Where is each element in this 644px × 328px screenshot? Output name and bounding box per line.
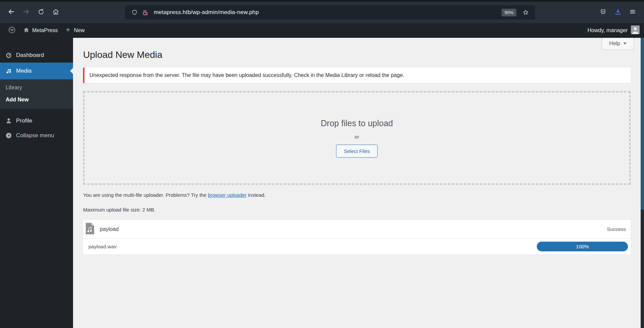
page-scrollbar[interactable]: [641, 38, 644, 328]
profile-icon: [5, 117, 12, 124]
notice-text: Unexpected response from the server. The…: [89, 72, 404, 78]
select-files-button[interactable]: Select Files: [336, 145, 378, 158]
forward-arrow-icon: [22, 8, 30, 17]
wp-logo-menu[interactable]: W: [4, 23, 19, 38]
forward-button[interactable]: [19, 6, 34, 19]
site-home-icon: [23, 27, 29, 34]
toolbar-right-group: [596, 6, 640, 19]
howdy-text[interactable]: Howdy, manager: [587, 27, 628, 33]
media-item-header-row: payload Success: [83, 220, 631, 239]
media-submenu: Library Add New: [0, 79, 73, 109]
wp-admin-app: Dashboard Media Library Add New Profile …: [0, 38, 644, 328]
media-item-filename: payload.wav: [88, 244, 116, 249]
site-name-label: MetaPress: [32, 27, 58, 33]
submenu-item-library[interactable]: Library: [0, 82, 73, 94]
browser-uploader-link[interactable]: browser uploader: [208, 192, 247, 198]
scrollbar-thumb[interactable]: [641, 38, 644, 210]
dropzone-separator: or: [355, 134, 359, 140]
avatar[interactable]: [631, 25, 640, 35]
home-icon: [52, 8, 59, 17]
shield-icon[interactable]: [129, 9, 140, 16]
reload-button[interactable]: [34, 6, 48, 19]
url-bar[interactable]: metapress.htb/wp-admin/media-new.php 90%: [125, 5, 535, 19]
sidebar-item-label: Media: [16, 68, 31, 74]
dashboard-icon: [5, 52, 12, 59]
chevron-down-icon: [623, 43, 627, 46]
upload-status-badge: Success: [607, 226, 626, 232]
wordpress-logo-icon: W: [8, 26, 16, 35]
star-icon[interactable]: [520, 9, 531, 16]
new-content-menu[interactable]: New: [61, 23, 88, 38]
uploader-note: You are using the multi-file uploader. P…: [83, 191, 631, 199]
sidebar-item-label: Dashboard: [16, 52, 44, 59]
home-button[interactable]: [48, 6, 63, 19]
admin-bar-right: Howdy, manager: [587, 25, 640, 35]
new-label: New: [74, 27, 84, 33]
pocket-button[interactable]: [596, 6, 610, 19]
url-text[interactable]: metapress.htb/wp-admin/media-new.php: [154, 9, 259, 16]
browser-toolbar: metapress.htb/wp-admin/media-new.php 90%: [0, 2, 644, 23]
downloads-button[interactable]: [610, 6, 625, 19]
media-item-title: payload: [100, 226, 119, 232]
back-button[interactable]: [4, 6, 19, 19]
sidebar-item-label: Profile: [16, 117, 32, 124]
media-item-progress-row: payload.wav 100%: [83, 239, 631, 254]
zoom-level-badge[interactable]: 90%: [502, 9, 516, 16]
svg-text:W: W: [10, 28, 14, 32]
dropzone-heading: Drop files to upload: [321, 118, 393, 128]
submenu-item-add-new[interactable]: Add New: [0, 94, 73, 106]
browser-chrome: metapress.htb/wp-admin/media-new.php 90%: [0, 2, 644, 23]
reload-icon: [38, 8, 45, 17]
uploaded-media-item: payload Success payload.wav 100%: [83, 220, 631, 254]
site-name-menu[interactable]: MetaPress: [19, 23, 61, 38]
upload-dropzone[interactable]: Drop files to upload or Select Files: [83, 91, 631, 185]
download-icon: [615, 8, 622, 17]
lock-slash-icon[interactable]: [140, 9, 150, 16]
pocket-icon: [600, 8, 606, 16]
page-title: Upload New Media: [83, 49, 631, 61]
main-content: Help Upload New Media Unexpected respons…: [73, 38, 644, 328]
back-arrow-icon: [8, 8, 15, 17]
sidebar-item-label: Collapse menu: [16, 132, 54, 139]
audio-file-icon: [85, 222, 94, 236]
sidebar-item-collapse-menu[interactable]: Collapse menu: [0, 128, 73, 143]
sidebar-item-profile[interactable]: Profile: [0, 113, 73, 128]
collapse-arrow-icon: [5, 132, 12, 139]
max-upload-size-text: Maximum upload file size: 2 MB.: [83, 206, 631, 214]
admin-sidebar: Dashboard Media Library Add New Profile …: [0, 38, 73, 328]
upload-progress-bar: 100%: [537, 242, 628, 251]
app-menu-button[interactable]: [625, 6, 640, 19]
sidebar-item-media[interactable]: Media: [0, 63, 73, 79]
error-notice: Unexpected response from the server. The…: [83, 68, 631, 83]
hamburger-menu-icon: [629, 8, 636, 16]
sidebar-item-dashboard[interactable]: Dashboard: [0, 48, 73, 63]
wp-admin-bar: W MetaPress New Howdy, manager: [0, 23, 644, 38]
media-icon: [5, 68, 12, 74]
help-button[interactable]: Help: [602, 38, 634, 50]
plus-icon: [65, 27, 71, 34]
help-label: Help: [609, 40, 620, 47]
upload-progress-label: 100%: [576, 244, 589, 249]
